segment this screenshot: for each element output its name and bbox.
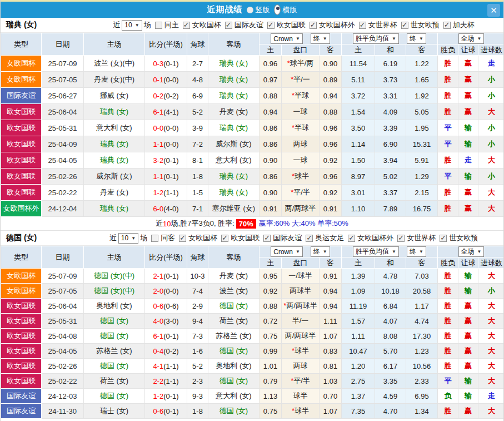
competition-checkbox[interactable] bbox=[348, 235, 355, 242]
corner-cell: 8-1 bbox=[187, 152, 208, 169]
recent-count-select[interactable]: 10▼ bbox=[118, 233, 138, 244]
avg-lose-cell: 1.65 bbox=[406, 72, 438, 88]
layout-radio-vertical[interactable]: 竖版 bbox=[247, 5, 270, 15]
competition-label: 女世界杯 bbox=[407, 233, 436, 243]
half-score: (0-1) bbox=[163, 407, 178, 415]
competition-label: 国际友谊 bbox=[234, 20, 263, 30]
corner-cell: 5-2 bbox=[187, 359, 208, 374]
table-row: 欧女国联25-02-22荷兰 (女)2-2(1-1)2-3德国 (女)0.79*… bbox=[1, 374, 504, 389]
handicap-result-cell: 输 bbox=[458, 389, 478, 404]
home-team-cell: 丹麦 (女) bbox=[84, 185, 145, 201]
avg-lose-cell: 2.33 bbox=[406, 374, 438, 389]
away-team-cell: 荷兰 (女) bbox=[208, 314, 260, 329]
competition-checkbox[interactable] bbox=[306, 235, 313, 242]
corner-cell: 3-9 bbox=[187, 120, 208, 136]
competition-label: 世女欧预 bbox=[449, 233, 478, 243]
final-score: 0-6 bbox=[153, 302, 163, 310]
scope-select[interactable]: 全场▼ bbox=[458, 246, 485, 257]
odds-source-select[interactable]: Crown▼ bbox=[271, 246, 303, 257]
competition-checkbox[interactable] bbox=[401, 22, 408, 29]
result-cell: 胜 bbox=[438, 269, 458, 284]
filter-row: 德国 (女)近10▼场同客女欧国杯欧女国联国际友谊奥运女足女欧国杯外女世界杯世女… bbox=[1, 231, 503, 246]
half-score: (0-1) bbox=[163, 332, 178, 340]
handicap-result-cell: 赢 bbox=[458, 404, 478, 419]
handicap-cell: *平/半 bbox=[282, 185, 320, 201]
handicap-result-cell: 赢 bbox=[458, 359, 478, 374]
recent-results-panel: 近期战绩 竖版 横版 ✕ 瑞典 (女)近10▼场同主女欧国杯国际友谊欧女国联女欧… bbox=[0, 0, 504, 421]
handicap-result-cell: 赢 bbox=[458, 56, 478, 72]
away-odds-cell: 0.96 bbox=[320, 136, 342, 152]
avg-win-cell: 1.20 bbox=[342, 359, 375, 374]
competition-checkbox[interactable] bbox=[359, 22, 366, 29]
competition-checkbox[interactable] bbox=[310, 22, 317, 29]
radio-selected-icon[interactable] bbox=[274, 4, 281, 15]
competition-checkbox[interactable] bbox=[397, 235, 405, 242]
same-venue-checkbox[interactable] bbox=[155, 22, 162, 29]
home-team-cell: 德国 (女) bbox=[84, 389, 145, 404]
away-odds-cell: 0.90 bbox=[320, 56, 342, 72]
competition-checkbox[interactable] bbox=[183, 22, 190, 29]
final-score: 2-1 bbox=[153, 272, 163, 280]
avg-win-cell: 10.47 bbox=[342, 344, 375, 359]
avg-metric-select[interactable]: 胜平负均值▼ bbox=[353, 33, 399, 44]
column-header: 比分(半场) bbox=[145, 246, 187, 269]
home-odds-cell: 0.86 bbox=[260, 169, 282, 185]
radio-unselected-icon[interactable] bbox=[247, 7, 253, 13]
avg-win-cell: 3.72 bbox=[342, 88, 375, 104]
handicap-cell: *平/半 bbox=[282, 374, 320, 389]
goals-result-cell: 小 bbox=[478, 169, 504, 185]
score-cell: 2-2(1-1) bbox=[145, 374, 187, 389]
panel-title: 近期战绩 bbox=[207, 4, 243, 15]
competition-checkbox[interactable] bbox=[263, 235, 271, 242]
away-odds-cell: 0.91 bbox=[320, 201, 342, 217]
chevron-down-icon: ▼ bbox=[477, 36, 482, 41]
avg-group-header: 胜平负均值▼终▼ bbox=[342, 246, 438, 257]
home-team-cell: 苏格兰 (女) bbox=[84, 344, 145, 359]
handicap-cell: 半/一 bbox=[282, 314, 320, 329]
date-cell: 25-06-04 bbox=[42, 104, 84, 120]
competition-checkbox[interactable] bbox=[179, 235, 186, 242]
competition-checkbox[interactable] bbox=[443, 22, 451, 29]
result-cell: 胜 bbox=[438, 404, 458, 419]
same-venue-checkbox[interactable] bbox=[151, 235, 158, 242]
avg-draw-cell: 10.18 bbox=[375, 284, 406, 299]
odds-source-select[interactable]: Crown▼ bbox=[271, 33, 303, 44]
half-score: (0-1) bbox=[163, 60, 178, 68]
home-team-cell: 意大利 (女) bbox=[84, 120, 145, 136]
competition-checkbox[interactable] bbox=[267, 22, 275, 29]
half-score: (4-0) bbox=[163, 205, 178, 213]
avg-draw-cell: 8.08 bbox=[375, 329, 406, 344]
close-button[interactable]: ✕ bbox=[487, 4, 500, 17]
table-row: 国际友谊25-06-27挪威 (女)0-2(0-2)6-9瑞典 (女)0.88*… bbox=[1, 88, 504, 104]
table-row: 女欧国杯25-07-05丹麦 (女)(中)0-1(0-0)4-8瑞典 (女)0.… bbox=[1, 72, 504, 88]
date-cell: 25-05-31 bbox=[42, 314, 84, 329]
avg-draw-cell: 6.90 bbox=[375, 136, 406, 152]
avg-draw-cell: 3.94 bbox=[375, 152, 406, 169]
avg-win-cell: 11.19 bbox=[342, 299, 375, 314]
scope-select[interactable]: 全场▼ bbox=[458, 33, 485, 44]
recent-count-select[interactable]: 10▼ bbox=[122, 20, 142, 31]
date-cell: 25-07-05 bbox=[42, 284, 84, 299]
avg-period-select[interactable]: 终▼ bbox=[407, 246, 426, 257]
competition-checkbox[interactable] bbox=[225, 22, 232, 29]
home-team-cell: 丹麦 (女)(中) bbox=[84, 72, 145, 88]
avg-draw-cell: 6.19 bbox=[375, 56, 406, 72]
type-badge: 女欧国杯 bbox=[1, 56, 42, 72]
score-cell: 0-4(0-2) bbox=[145, 344, 187, 359]
home-odds-cell: 1.13 bbox=[260, 389, 282, 404]
competition-checkbox[interactable] bbox=[440, 235, 447, 242]
avg-period-select[interactable]: 终▼ bbox=[407, 33, 426, 44]
final-score: 6-0 bbox=[153, 205, 163, 213]
chevron-down-icon: ▼ bbox=[392, 249, 396, 254]
competition-checkbox[interactable] bbox=[221, 235, 228, 242]
avg-metric-select[interactable]: 胜平负均值▼ bbox=[353, 246, 399, 257]
layout-radio-horizontal[interactable]: 横版 bbox=[274, 4, 297, 15]
date-cell: 25-07-09 bbox=[42, 56, 84, 72]
home-odds-cell: 0.86 bbox=[260, 120, 282, 136]
away-team-cell: 瑞典 (女) bbox=[208, 56, 260, 72]
away-odds-cell: 0.94 bbox=[320, 88, 342, 104]
final-score: 0-4 bbox=[153, 347, 163, 355]
panel-titlebar: 近期战绩 竖版 横版 ✕ bbox=[1, 0, 503, 18]
odds-period-select[interactable]: 终▼ bbox=[311, 33, 330, 44]
odds-period-select[interactable]: 终▼ bbox=[311, 246, 330, 257]
